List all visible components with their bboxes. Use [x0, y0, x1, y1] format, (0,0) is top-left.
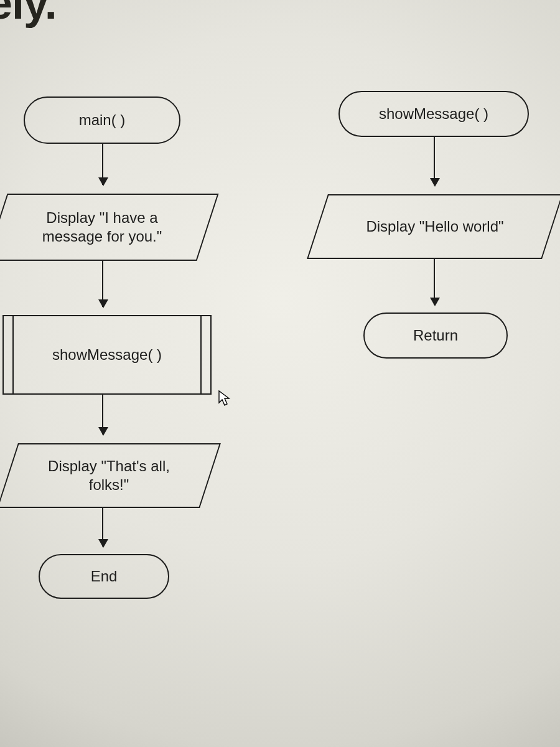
- terminator-return-label: Return: [413, 327, 458, 344]
- cursor-icon: [218, 390, 231, 408]
- arrow-main-2: [102, 261, 103, 307]
- io-display-intro-label: Display "I have a message for you.": [0, 194, 208, 261]
- terminator-main: main( ): [24, 96, 180, 144]
- terminator-end-label: End: [91, 568, 118, 585]
- predef-call-showmessage-label: showMessage( ): [52, 346, 162, 364]
- arrow-main-4: [102, 508, 103, 547]
- io-display-outro: Display "That's all, folks!": [7, 443, 210, 508]
- arrow-sm-1: [434, 137, 435, 186]
- terminator-main-label: main( ): [79, 111, 126, 129]
- terminator-end: End: [39, 554, 169, 599]
- flowchart-page: ely. main( ) Display "I have a message f…: [0, 0, 560, 747]
- predef-call-showmessage: showMessage( ): [2, 315, 212, 395]
- heading-fragment: ely.: [0, 0, 57, 29]
- io-display-outro-label: Display "That's all, folks!": [7, 443, 210, 508]
- terminator-showmessage: showMessage( ): [338, 91, 529, 137]
- arrow-main-1: [102, 144, 103, 185]
- terminator-showmessage-label: showMessage( ): [379, 105, 488, 123]
- terminator-return: Return: [363, 312, 508, 359]
- arrow-sm-2: [434, 259, 435, 305]
- io-display-hello: Display "Hello world": [317, 194, 553, 259]
- io-display-hello-label: Display "Hello world": [317, 194, 553, 259]
- arrow-main-3: [102, 395, 103, 435]
- io-display-intro: Display "I have a message for you.": [0, 194, 208, 261]
